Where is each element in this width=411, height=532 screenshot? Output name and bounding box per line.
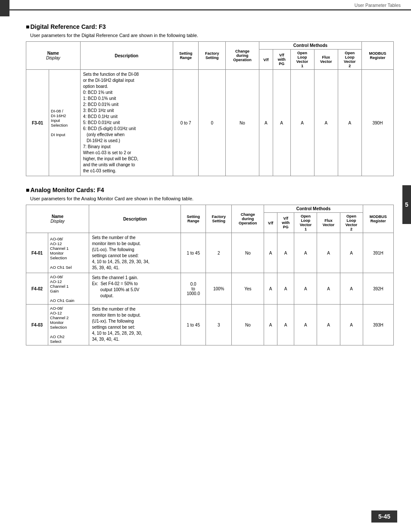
page-header: User Parameter Tables xyxy=(0,0,411,10)
section-f3-title: Digital Reference Card: F3 xyxy=(26,23,394,30)
flux-f4-01: A xyxy=(317,233,340,273)
desc-f3-01: Sets the function of the DI-08 or the DI… xyxy=(80,70,173,176)
param-num-f4-03: F4-03 xyxy=(26,305,48,345)
vf-f4-01: A xyxy=(264,233,277,273)
th-f4-open-loop-v2: OpenLoopVector2 xyxy=(340,213,363,233)
th-change: ChangeduringOperation xyxy=(226,42,259,70)
th-f4-vfpg: V/fwithPG xyxy=(277,213,294,233)
page-num: 5-45 xyxy=(378,513,390,520)
th-setting-range: SettingRange xyxy=(173,42,199,70)
vfpg-f4-03: A xyxy=(277,305,294,345)
vf-f4-03: A xyxy=(264,305,277,345)
section-f4-desc: User parameters for the Analog Monitor C… xyxy=(30,196,394,201)
desc-f4-01: Sets the number of the monitor item to b… xyxy=(89,233,181,273)
th-f4-modbus: MODBUSRegister xyxy=(363,205,393,233)
change-f3-01: No xyxy=(226,70,259,176)
table-row: F4-01 AO-08/AO-12Channel 1MonitorSelecti… xyxy=(26,233,394,273)
display-f4-02: AO-08/AO-12Channel 1GainAO Ch1 Gain xyxy=(48,273,89,305)
display-f4-01: AO-08/AO-12Channel 1MonitorSelectionAO C… xyxy=(48,233,89,273)
setting-range-f3-01: 0 to 7 xyxy=(173,70,199,176)
flux-f4-03: A xyxy=(317,305,340,345)
setting-range-f4-01: 1 to 45 xyxy=(181,233,206,273)
change-f4-01: No xyxy=(232,233,264,273)
section-f3-desc: User parameters for the Digital Referenc… xyxy=(30,33,394,38)
olv1-f4-03: A xyxy=(294,305,317,345)
table-f3: Name Display Description SettingRange Fa… xyxy=(26,41,394,176)
modbus-f4-02: 392H xyxy=(363,273,393,305)
modbus-f3-01: 390H xyxy=(361,70,393,176)
section-f4: Analog Monitor Cards: F4 User parameters… xyxy=(26,187,394,345)
side-bar: 5 xyxy=(402,185,411,224)
display-f3-01: DI-08 /DI-16H2InputSelectionDI Input xyxy=(49,70,81,176)
olv2-f4-02: A xyxy=(340,273,363,305)
table-row: F4-03 AO-08/AO-12Channel 2MonitorSelecti… xyxy=(26,305,394,345)
black-tab xyxy=(0,0,9,16)
vf-f3-01: A xyxy=(259,70,273,176)
desc-f4-03: Sets the number of the monitor item to b… xyxy=(89,305,181,345)
param-num-f4-02: F4-02 xyxy=(26,273,48,305)
th-f4-name: Name Display xyxy=(26,205,89,233)
page-num-box: 5-45 xyxy=(371,510,397,523)
th-open-loop-v2: OpenLoopVector2 xyxy=(338,50,361,70)
factory-setting-f4-02: 100% xyxy=(206,273,231,305)
th-f4-desc: Description xyxy=(89,205,181,233)
side-bar-num: 5 xyxy=(405,201,408,208)
th-control-methods: Control Methods xyxy=(259,42,361,50)
factory-setting-f4-01: 2 xyxy=(206,233,231,273)
olv1-f4-02: A xyxy=(294,273,317,305)
param-num-f4-01: F4-01 xyxy=(26,233,48,273)
olv1-f3-01: A xyxy=(290,70,314,176)
change-f4-02: Yes xyxy=(232,273,264,305)
th-f4-factory-setting: FactorySetting xyxy=(206,205,231,233)
param-num-f3-01: F3-01 xyxy=(26,70,49,176)
table-f4: Name Display Description SettingRange Fa… xyxy=(26,205,394,345)
factory-setting-f4-03: 3 xyxy=(206,305,231,345)
section-f3: Digital Reference Card: F3 User paramete… xyxy=(26,23,394,176)
table-row: F3-01 DI-08 /DI-16H2InputSelectionDI Inp… xyxy=(26,70,394,176)
olv2-f3-01: A xyxy=(338,70,361,176)
olv2-f4-01: A xyxy=(340,233,363,273)
th-f4-setting-range: SettingRange xyxy=(181,205,206,233)
th-f4-open-loop-v1: OpenLoopVector1 xyxy=(294,213,317,233)
setting-range-f4-02: 0.0to1000.0 xyxy=(181,273,206,305)
th-f4-flux: FluxVector xyxy=(317,213,340,233)
th-open-loop-v1: OpenLoopVector1 xyxy=(290,50,314,70)
vfpg-f4-01: A xyxy=(277,233,294,273)
modbus-f4-01: 391H xyxy=(363,233,393,273)
th-vf: V/f xyxy=(259,50,273,70)
th-f4-vf: V/f xyxy=(264,213,277,233)
th-desc: Description xyxy=(80,42,173,70)
desc-f4-02: Sets the channel 1 gain. Ex: Set F4-02 =… xyxy=(89,273,181,305)
flux-f3-01: A xyxy=(314,70,338,176)
setting-range-f4-03: 1 to 45 xyxy=(181,305,206,345)
th-name: Name Display xyxy=(26,42,81,70)
flux-f4-02: A xyxy=(317,273,340,305)
vf-f4-02: A xyxy=(264,273,277,305)
th-modbus: MODBUSRegister xyxy=(361,42,393,70)
table-row: F4-02 AO-08/AO-12Channel 1GainAO Ch1 Gai… xyxy=(26,273,394,305)
modbus-f4-03: 393H xyxy=(363,305,393,345)
header-title: User Parameter Tables xyxy=(355,3,401,8)
factory-setting-f3-01: 0 xyxy=(199,70,226,176)
vfpg-f3-01: A xyxy=(273,70,290,176)
content-area: Digital Reference Card: F3 User paramete… xyxy=(0,10,411,364)
th-factory-setting: FactorySetting xyxy=(199,42,226,70)
display-f4-03: AO-08/AO-12Channel 2MonitorSelectionAO C… xyxy=(48,305,89,345)
th-vfpg: V/fwithPG xyxy=(273,50,290,70)
section-f4-title: Analog Monitor Cards: F4 xyxy=(26,187,394,193)
olv2-f4-03: A xyxy=(340,305,363,345)
th-flux: FluxVector xyxy=(314,50,338,70)
olv1-f4-01: A xyxy=(294,233,317,273)
th-f4-control-methods: Control Methods xyxy=(264,205,363,213)
vfpg-f4-02: A xyxy=(277,273,294,305)
th-f4-change: ChangeduringOperation xyxy=(232,205,264,233)
change-f4-03: No xyxy=(232,305,264,345)
